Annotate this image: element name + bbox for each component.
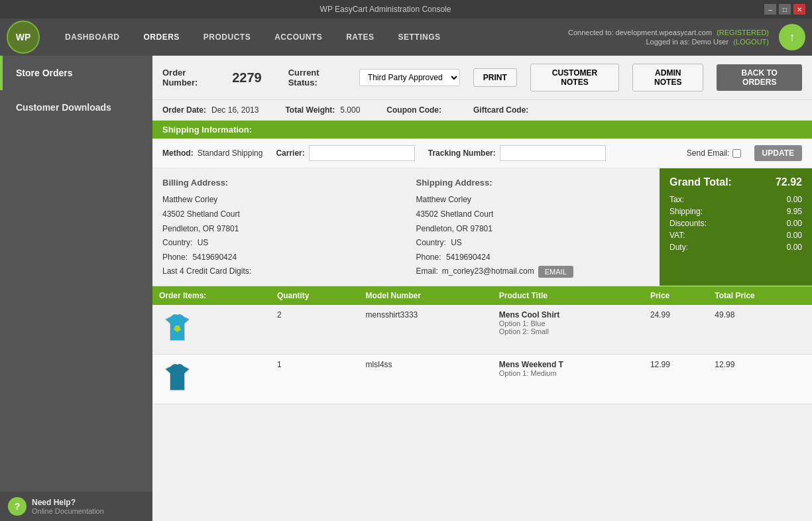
nav-item-rates[interactable]: RATES (334, 19, 386, 56)
billing-name: Matthew Corley (162, 193, 396, 207)
shipping-label: Shipping: (669, 207, 703, 216)
tracking-label: Tracking Number: (428, 148, 496, 158)
sidebar-item-store-orders[interactable]: Store Orders (0, 56, 152, 90)
billing-header: Billing Address: (162, 175, 396, 190)
logout-label[interactable]: (LOGOUT) (733, 38, 769, 46)
tax-value: 0.00 (787, 195, 802, 204)
coupon-code-pair: Coupon Code: (386, 105, 447, 115)
vat-label: VAT: (669, 231, 685, 240)
billing-country-label: Country: (162, 238, 192, 247)
quantity-cell: 2 (270, 305, 359, 355)
nav-logo[interactable]: WP (7, 21, 40, 54)
product-image (159, 310, 196, 347)
shipping-email-row: Email: m_corley23@hotmail.com EMAIL (416, 264, 650, 279)
nav-item-settings[interactable]: SETTINGS (386, 19, 452, 56)
product-title-cell: Mens Weekend T Option 1: Medium (493, 354, 644, 404)
shipping-phone-label: Phone: (416, 253, 441, 262)
billing-phone-row: Phone: 5419690424 (162, 251, 396, 265)
billing-country-value: US (198, 238, 209, 247)
model-number-cell: mlsl4ss (359, 354, 493, 404)
carrier-input[interactable] (309, 145, 415, 161)
back-to-orders-button[interactable]: BACK TO ORDERS (717, 64, 802, 91)
help-question-mark: ? (15, 501, 21, 512)
connected-to-label: Connected to: development.wpeasycart.com (568, 29, 712, 36)
shipping-row: Shipping: 9.95 (669, 205, 802, 217)
price-cell: 12.99 (644, 354, 708, 404)
close-button[interactable]: ✕ (793, 4, 805, 15)
minimize-button[interactable]: – (764, 4, 776, 15)
shipping-email-value: m_corley23@hotmail.com (442, 264, 534, 279)
discounts-label: Discounts: (669, 219, 707, 228)
order-date-label: Order Date: (162, 105, 206, 115)
send-email-checkbox[interactable] (732, 149, 741, 158)
nav-item-products[interactable]: PRODUCTS (192, 19, 262, 56)
shipping-address: Shipping Address: Matthew Corley 43502 S… (406, 168, 660, 286)
method-label: Method: (162, 148, 194, 158)
model-number-cell: mensshirt3333 (359, 305, 493, 355)
vat-value: 0.00 (787, 231, 802, 240)
col-price: Price (644, 286, 708, 305)
print-button[interactable]: PRINT (473, 68, 517, 87)
shipping-method-field: Method: Standard Shipping (162, 148, 262, 158)
shipping-name: Matthew Corley (416, 193, 650, 207)
order-items-table: Order Items: Quantity Model Number Produ… (152, 286, 812, 404)
col-quantity: Quantity (270, 286, 359, 305)
billing-phone-value: 5419690424 (192, 253, 237, 262)
col-title: Product Title (493, 286, 644, 305)
address-section: Billing Address: Matthew Corley 43502 Sh… (152, 168, 812, 286)
nav-right-info: Connected to: development.wpeasycart.com… (568, 29, 769, 46)
shipping-country-row: Country: US (416, 236, 650, 251)
content-area: Order Number: 2279 Current Status: Third… (152, 56, 812, 521)
col-total-price: Total Price (708, 286, 812, 305)
product-img-cell (152, 305, 270, 355)
nav-item-orders[interactable]: ORDERS (132, 19, 192, 56)
help-subtitle: Online Documentation (32, 507, 104, 515)
shipping-phone-row: Phone: 5419690424 (416, 251, 650, 265)
carrier-label: Carrier: (276, 148, 304, 158)
duty-label: Duty: (669, 243, 688, 252)
help-text: Need Help? Online Documentation (32, 498, 104, 515)
order-number-value: 2279 (232, 70, 262, 86)
shipping-citystatezip: Pendleton, OR 97801 (416, 222, 650, 237)
shipping-email-label: Email: (416, 264, 438, 279)
shipping-country-label: Country: (416, 238, 446, 247)
shipping-country-value: US (451, 238, 462, 247)
title-bar: WP EasyCart Administration Console – □ ✕ (0, 0, 812, 19)
giftcard-code-pair: Giftcard Code: (473, 105, 534, 115)
col-model: Model Number (359, 286, 493, 305)
nav-item-accounts[interactable]: ACCOUNTS (262, 19, 334, 56)
product-title-cell: Mens Cool Shirt Option 1: BlueOption 2: … (493, 305, 644, 355)
table-row: 1 mlsl4ss Mens Weekend T Option 1: Mediu… (152, 354, 812, 404)
grand-total-value: 72.92 (776, 176, 802, 188)
app-title: WP EasyCart Administration Console (7, 5, 764, 14)
email-button[interactable]: EMAIL (538, 266, 573, 278)
help-title: Need Help? (32, 498, 104, 507)
nav-item-dashboard[interactable]: DASHBOARD (53, 19, 132, 56)
customer-notes-button[interactable]: CUSTOMER NOTES (530, 64, 619, 91)
tracking-input[interactable] (500, 145, 606, 161)
upload-button[interactable]: ↑ (779, 24, 805, 50)
order-date-pair: Order Date: Dec 16, 2013 (162, 105, 259, 115)
total-price-cell: 12.99 (708, 354, 812, 404)
registered-label: (REGISTERED) (717, 29, 769, 36)
method-value: Standard Shipping (198, 148, 263, 158)
update-button[interactable]: UPDATE (754, 145, 802, 161)
tax-label: Tax: (669, 195, 684, 204)
coupon-code-label: Coupon Code: (386, 105, 441, 115)
shipping-phone-value: 5419690424 (446, 253, 491, 262)
shipping-info-row: Method: Standard Shipping Carrier: Track… (152, 139, 812, 168)
current-status-label: Current Status: (288, 68, 346, 87)
admin-notes-button[interactable]: ADMIN NOTES (632, 64, 703, 91)
status-select[interactable]: Third Party Approved Pending Processing … (359, 69, 460, 86)
upload-icon: ↑ (789, 30, 795, 44)
grand-total-label: Grand Total: (669, 176, 732, 188)
restore-button[interactable]: □ (779, 4, 791, 15)
help-icon: ? (8, 497, 27, 516)
window-controls: – □ ✕ (764, 4, 805, 15)
sidebar-item-customer-downloads[interactable]: Customer Downloads (0, 90, 152, 125)
order-info-row: Order Date: Dec 16, 2013 Total Weight: 5… (152, 100, 812, 121)
discounts-row: Discounts: 0.00 (669, 217, 802, 229)
total-weight-label: Total Weight: (285, 105, 335, 115)
shipping-address-line: 43502 Shetland Court (416, 207, 650, 222)
product-image (159, 360, 196, 396)
